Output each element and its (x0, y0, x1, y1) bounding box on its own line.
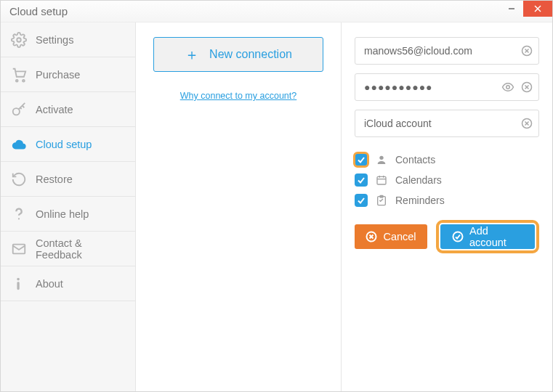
sidebar-item-activate[interactable]: Activate (1, 92, 135, 127)
sidebar-item-label: About (36, 278, 63, 290)
mail-icon (11, 241, 27, 257)
sidebar-item-label: Settings (36, 34, 73, 46)
svg-point-6 (13, 108, 20, 115)
svg-rect-10 (17, 282, 19, 290)
new-connection-button[interactable]: ＋ New connection (153, 37, 323, 72)
svg-point-3 (17, 38, 21, 42)
new-connection-label: New connection (209, 48, 292, 61)
titlebar: Cloud setup (1, 1, 552, 23)
checkbox-checked-highlighted[interactable] (355, 153, 368, 166)
sidebar-item-label: Restore (36, 173, 73, 185)
email-field[interactable] (355, 37, 539, 65)
svg-point-21 (379, 156, 383, 160)
sidebar-item-contact-feedback[interactable]: Contact & Feedback (1, 232, 135, 266)
sidebar-item-settings[interactable]: Settings (1, 23, 135, 57)
cart-icon (11, 67, 27, 83)
checkbox-checked[interactable] (355, 194, 368, 207)
option-label: Calendars (395, 174, 442, 186)
form-actions: Cancel Add account (355, 224, 539, 249)
clear-icon[interactable] (520, 44, 533, 57)
cancel-icon (366, 231, 377, 242)
sidebar-item-label: Activate (36, 104, 73, 115)
option-contacts[interactable]: Contacts (355, 153, 539, 166)
option-label: Reminders (395, 195, 445, 206)
app-window: Cloud setup Settings Purchase (0, 0, 553, 392)
svg-point-7 (18, 218, 20, 219)
clear-icon[interactable] (520, 81, 533, 94)
svg-point-4 (16, 79, 18, 81)
window-title: Cloud setup (1, 5, 68, 17)
calendar-icon (375, 173, 388, 187)
cancel-button[interactable]: Cancel (355, 224, 427, 249)
password-field-wrap (355, 73, 539, 101)
close-button[interactable] (523, 1, 552, 17)
minimize-button[interactable] (500, 1, 523, 17)
info-icon (11, 276, 27, 292)
body: Settings Purchase Activate Cloud setup (1, 23, 552, 391)
right-column: Contacts Calendars (342, 23, 552, 391)
checklist-icon (375, 194, 388, 207)
svg-rect-22 (377, 176, 386, 184)
option-calendars[interactable]: Calendars (355, 173, 539, 187)
svg-point-14 (506, 86, 510, 89)
svg-point-5 (23, 79, 25, 81)
clear-icon[interactable] (520, 117, 533, 130)
svg-point-9 (17, 277, 20, 280)
window-controls (500, 1, 552, 17)
sidebar-item-label: Cloud setup (36, 139, 92, 150)
person-icon (375, 153, 388, 166)
sidebar: Settings Purchase Activate Cloud setup (1, 23, 136, 391)
sidebar-item-purchase[interactable]: Purchase (1, 57, 135, 92)
sync-options: Contacts Calendars (355, 153, 539, 207)
sidebar-item-online-help[interactable]: Online help (1, 197, 135, 232)
check-circle-icon (452, 231, 464, 242)
cancel-label: Cancel (383, 231, 416, 242)
account-name-field[interactable] (355, 110, 539, 137)
gear-icon (11, 32, 27, 48)
key-icon (11, 102, 27, 118)
restore-icon (11, 171, 27, 187)
help-icon (11, 206, 27, 222)
middle-column: ＋ New connection Why connect to my accou… (136, 23, 342, 391)
option-label: Contacts (395, 154, 435, 166)
email-field-wrap (355, 37, 539, 65)
checkbox-checked[interactable] (355, 173, 368, 187)
plus-icon: ＋ (185, 45, 199, 65)
sidebar-item-label: Contact & Feedback (36, 237, 125, 261)
eye-icon[interactable] (501, 81, 514, 94)
sidebar-item-restore[interactable]: Restore (1, 162, 135, 197)
sidebar-item-label: Purchase (36, 69, 80, 81)
option-reminders[interactable]: Reminders (355, 194, 539, 207)
why-connect-link[interactable]: Why connect to my account? (180, 91, 297, 101)
account-name-field-wrap (355, 110, 539, 137)
cloud-icon (11, 136, 27, 152)
sidebar-item-about[interactable]: About (1, 266, 135, 301)
sidebar-item-cloud-setup[interactable]: Cloud setup (1, 127, 135, 162)
add-account-label: Add account (469, 225, 523, 248)
sidebar-item-label: Online help (36, 208, 89, 220)
add-account-button[interactable]: Add account (440, 224, 535, 249)
